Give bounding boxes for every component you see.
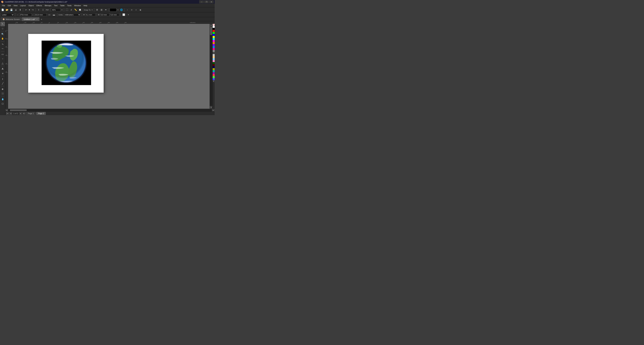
export-button[interactable]: ⇩ [41,8,45,12]
tool-node[interactable]: ⬡ [0,26,5,31]
menu-item-table[interactable]: Table [59,4,66,7]
palette-color-lime[interactable] [213,76,215,78]
tab-document[interactable]: Untitled-1.cdr* ✕ [22,17,40,21]
palette-color-purple[interactable] [213,44,215,46]
palette-color-darkblue[interactable] [213,66,215,68]
palette-color-black[interactable] [213,28,215,30]
palette-color-red[interactable] [213,30,215,32]
tool-select[interactable]: ↖ [0,22,5,26]
vscroll-up[interactable]: ▲ [210,24,212,27]
vscroll-down[interactable]: ▼ [210,106,212,109]
menu-item-file[interactable]: File [1,4,6,7]
zoom-dropdown[interactable]: ▾ [61,8,63,12]
tool-ellipse[interactable]: ○ [0,57,5,61]
restore-button[interactable]: ❐ [204,0,209,3]
palette-color-lightblue[interactable] [213,46,215,48]
nudge-input[interactable] [85,13,96,16]
tool-dimension[interactable]: ∦ [0,77,5,81]
palette-color-peach[interactable] [213,56,215,58]
menu-item-tools[interactable]: Tools [66,4,73,7]
import-button[interactable]: ⬇ [18,8,22,12]
units-select[interactable]: millimeters inches pixels [64,13,81,16]
undo-dropdown[interactable]: ▾ [28,8,30,12]
tool-fill[interactable]: ◈ [0,87,5,91]
more-btn1[interactable]: I [125,8,129,12]
vscroll-thumb[interactable] [210,27,212,35]
palette-color-skyblue[interactable] [213,58,215,60]
page-tab-2[interactable]: Page 2 [36,112,46,115]
more-btn3[interactable]: II [134,8,138,12]
pen-button[interactable]: ✒ [104,8,108,12]
landscape-btn[interactable]: ▬ [52,13,56,17]
tab-add-button[interactable]: + [40,18,43,21]
tool-text[interactable]: A [0,67,5,71]
more-btn4[interactable]: ▦ [138,8,142,12]
palette-none[interactable] [213,24,215,26]
width-input[interactable] [19,13,32,16]
palette-color-yellow[interactable] [213,36,215,38]
tool-polygon[interactable]: △ [0,61,5,66]
color-swatch[interactable] [110,8,116,12]
menu-item-text[interactable]: Text [53,4,59,7]
tool-table[interactable]: ⊞ [0,71,5,76]
palette-color-orange[interactable] [213,42,215,44]
hscroll-left[interactable]: ◄ [5,109,8,112]
page-fwd-btn[interactable]: ► [20,112,22,115]
new-button[interactable]: 📄 [1,8,5,12]
portrait-btn[interactable]: ▭ [47,13,51,17]
options-button[interactable]: ⚙ [95,8,99,12]
open-button[interactable]: 📂 [5,8,9,12]
tool-rect[interactable]: ▭ [0,52,5,56]
canvas-area[interactable]: ▲ ▼ [8,24,212,109]
more-btn2[interactable]: M [130,8,134,12]
save-button[interactable]: 💾 [10,8,14,12]
import2-button[interactable]: ⇧ [36,8,40,12]
color-dropdown[interactable]: ▾ [117,8,119,12]
tool-artistic[interactable]: 〜 [0,47,5,51]
view-rulers-btn[interactable]: 📏 [74,8,78,12]
menu-item-window[interactable]: Window [73,4,82,7]
tool-freehand[interactable]: ∿ [0,42,5,46]
hscroll-track[interactable] [8,109,212,111]
tool-connector[interactable]: ╱ [0,81,5,86]
tool-zoom[interactable]: 🔍 [0,32,5,36]
menu-item-help[interactable]: Help [82,4,89,7]
page-border-btn[interactable]: ⬜ [122,13,126,17]
palette-color-gray[interactable] [213,50,215,52]
palette-scroll-down[interactable]: ▼ [213,80,215,82]
palette-color-green[interactable] [213,32,215,34]
tool-eraser[interactable]: ◻ [0,101,5,106]
view-full-btn[interactable]: ⛶ [65,8,69,12]
palette-color-olive[interactable] [213,68,215,70]
tool-dropper[interactable]: 💧 [0,97,5,101]
tab-welcome[interactable]: 🏠 Welcome Screen [1,17,22,21]
tab-close-icon[interactable]: ✕ [36,18,38,20]
minimize-button[interactable]: ─ [199,0,204,3]
page-tab-1[interactable]: Page 1 [26,112,36,115]
palette-color-blue[interactable] [213,34,215,36]
menu-item-view[interactable]: View [12,4,19,7]
menu-item-object[interactable]: Object [27,4,35,7]
zoom-input[interactable] [51,8,60,12]
menu-item-layout[interactable]: Layout [19,4,27,7]
palette-color-periwinkle[interactable] [213,78,215,80]
page-size-select[interactable]: Letter A4 Custom [1,13,14,17]
align-button[interactable]: ⊞ [100,8,104,12]
page-back-btn[interactable]: ◄ [10,112,12,115]
hscroll-thumb[interactable] [10,109,27,111]
menu-item-edit[interactable]: Edit [6,4,12,7]
palette-color-pink[interactable] [213,48,215,50]
snap-dropdown[interactable]: ▾ [91,8,93,12]
palette-color-maroon[interactable] [213,72,215,74]
publish-pdf-button[interactable]: PDF [45,8,49,12]
palette-color-coral[interactable] [213,74,215,76]
tool-pan[interactable]: ✋ [0,37,5,41]
height-input[interactable] [34,13,46,16]
view-snap-btn[interactable]: 🔲 [78,8,82,12]
earth-powerclip[interactable] [42,41,91,85]
hscroll-right[interactable]: ► [212,109,215,112]
palette-color-darkred[interactable] [213,64,215,66]
add-page-btn[interactable]: + [126,13,130,17]
dup-v-input[interactable] [110,13,119,16]
color-manage-btn[interactable]: 🌐 [120,8,124,12]
